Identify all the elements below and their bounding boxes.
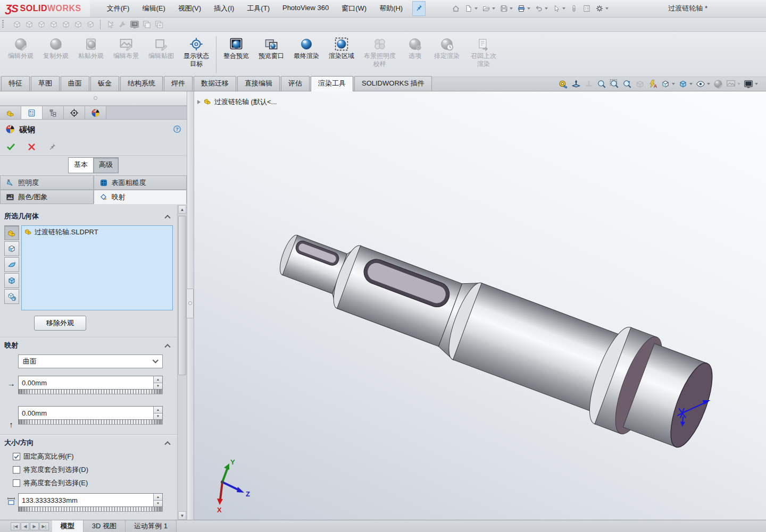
view-cube-icon[interactable] — [12, 19, 22, 30]
mapping-style-dropdown[interactable]: 曲面 — [18, 354, 163, 368]
chevron-down-icon[interactable] — [545, 7, 548, 10]
measure-icon[interactable] — [558, 79, 569, 89]
chevron-down-icon[interactable] — [562, 7, 565, 10]
print-icon[interactable] — [515, 3, 532, 14]
size-orientation-header[interactable]: 大小/方向 — [4, 438, 173, 447]
spinner-buttons[interactable]: ▲▼ — [153, 407, 162, 419]
ribbon-button-render-final[interactable]: 最终渲染 — [289, 34, 323, 75]
selected-geometry-list[interactable]: 过渡链轮轴.SLDPRT — [21, 225, 173, 310]
options-gear-icon[interactable] — [594, 3, 610, 14]
ribbon-button-render-region[interactable]: 渲染区域 — [324, 34, 359, 75]
monitor-go-icon[interactable] — [129, 19, 140, 30]
display-manager-tab[interactable] — [85, 106, 106, 119]
nav-prev-button[interactable]: ◀ — [21, 522, 29, 530]
chevron-down-icon[interactable] — [492, 7, 495, 10]
menu-item-6[interactable]: 窗口(W) — [335, 1, 373, 16]
command-tab-4[interactable]: 结构系统 — [120, 76, 163, 91]
toggle-display-icon[interactable] — [568, 3, 580, 14]
collapse-chevron-icon[interactable] — [164, 441, 170, 447]
view-cube-icon[interactable] — [73, 19, 84, 30]
command-tab-0[interactable]: 特征 — [1, 76, 30, 91]
chevron-down-icon[interactable] — [737, 83, 740, 85]
filter-body-button[interactable] — [4, 289, 19, 304]
section-tab-1[interactable]: 表面粗糙度 — [94, 175, 187, 190]
bottom-tab-0[interactable]: 模型 — [52, 520, 84, 532]
panel-splitter[interactable] — [187, 91, 194, 520]
checkbox[interactable] — [13, 466, 20, 474]
menu-item-1[interactable]: 编辑(E) — [136, 1, 171, 16]
mode-tab-advanced[interactable]: 高级 — [94, 157, 119, 173]
command-tab-8[interactable]: 评估 — [281, 76, 310, 91]
menu-item-0[interactable]: 文件(F) — [101, 1, 136, 16]
viewport-3d[interactable]: 过渡链轮轴 (默认<... — [194, 91, 766, 520]
filter-surface-button[interactable] — [4, 257, 19, 272]
scroll-thumb[interactable] — [178, 216, 186, 375]
chevron-down-icon[interactable] — [605, 7, 609, 10]
properties-icon[interactable] — [581, 3, 593, 14]
ok-button[interactable] — [6, 142, 15, 153]
copy-appearance-2-icon[interactable] — [154, 19, 164, 30]
undo-icon[interactable] — [533, 3, 549, 14]
bottom-tab-1[interactable]: 3D 视图 — [84, 520, 126, 532]
menu-pin-icon[interactable] — [412, 1, 426, 16]
chevron-down-icon[interactable] — [755, 83, 758, 85]
bottom-tab-2[interactable]: 运动算例 1 — [126, 520, 177, 532]
chevron-down-icon[interactable] — [527, 7, 530, 10]
select-star-icon[interactable] — [105, 19, 115, 30]
menu-item-7[interactable]: 帮助(H) — [373, 1, 409, 16]
geometry-list-item[interactable]: 过渡链轮轴.SLDPRT — [24, 227, 170, 237]
view-cube-shaded-icon[interactable] — [85, 19, 96, 30]
menu-item-4[interactable]: 工具(T) — [240, 1, 276, 16]
command-tab-3[interactable]: 钣金 — [90, 76, 119, 91]
open-icon[interactable] — [480, 3, 497, 14]
command-tab-2[interactable]: 曲面 — [61, 76, 89, 91]
panel-splitter-handle[interactable] — [94, 96, 97, 100]
pin-button[interactable] — [48, 142, 56, 153]
command-tab-9[interactable]: 渲染工具 — [311, 76, 353, 91]
scroll-down-button[interactable]: ▼ — [178, 511, 186, 520]
select-cursor-icon[interactable] — [551, 3, 567, 14]
model-shaft[interactable]: Y Z X — [194, 91, 766, 520]
checkbox[interactable] — [13, 479, 20, 487]
collapse-chevron-icon[interactable] — [164, 215, 170, 221]
checkbox[interactable] — [13, 453, 20, 460]
section-tab-3[interactable]: 映射 — [94, 190, 187, 204]
spinner-buttons[interactable]: ▲▼ — [153, 494, 162, 506]
dimxpert-tab[interactable] — [64, 106, 85, 119]
filter-solid-button[interactable] — [4, 273, 19, 288]
offset-vertical-slider[interactable] — [18, 420, 163, 425]
remove-appearance-button[interactable]: 移除外观 — [34, 316, 86, 331]
view-settings-icon[interactable] — [743, 79, 759, 89]
scroll-up-button[interactable]: ▲ — [178, 205, 186, 214]
view-cube-icon[interactable] — [61, 19, 71, 30]
selected-geometry-header[interactable]: 所选几何体 — [4, 212, 173, 221]
spinner-buttons[interactable]: ▲▼ — [153, 376, 162, 389]
command-tab-1[interactable]: 草图 — [31, 76, 60, 91]
nav-first-button[interactable]: |◀ — [11, 522, 20, 530]
chevron-down-icon[interactable] — [474, 7, 478, 10]
previous-view-icon[interactable] — [622, 79, 632, 89]
collapse-chevron-icon[interactable] — [164, 344, 170, 350]
width-field[interactable]: 133.33333333mm ▲▼ — [18, 493, 163, 507]
view-orientation-icon[interactable] — [660, 79, 676, 89]
menu-item-5[interactable]: PhotoView 360 — [276, 1, 335, 16]
command-tab-6[interactable]: 数据迁移 — [194, 76, 236, 91]
view-cube-icon[interactable] — [36, 19, 47, 30]
section-tab-0[interactable]: 照明度 — [0, 175, 94, 190]
width-slider[interactable] — [18, 507, 163, 512]
chevron-down-icon[interactable] — [672, 83, 675, 85]
help-icon[interactable]: ? — [173, 125, 181, 135]
nav-next-button[interactable]: ▶ — [30, 522, 38, 530]
menu-item-3[interactable]: 插入(I) — [207, 1, 240, 16]
section-tab-2[interactable]: 颜色/图象 — [0, 190, 94, 204]
copy-appearance-icon[interactable] — [141, 19, 152, 30]
view-cube-icon[interactable] — [48, 19, 59, 30]
filter-part-button[interactable] — [4, 225, 19, 240]
chevron-down-icon[interactable] — [707, 83, 710, 85]
property-manager-tab[interactable] — [21, 106, 43, 119]
ribbon-button-target[interactable]: 显示状态目标 — [179, 34, 213, 75]
zoom-area-icon[interactable] — [609, 79, 620, 89]
offset-horizontal-field[interactable]: 0.00mm ▲▼ — [18, 376, 163, 390]
mode-tab-basic[interactable]: 基本 — [68, 157, 94, 173]
save-icon[interactable] — [498, 3, 514, 14]
